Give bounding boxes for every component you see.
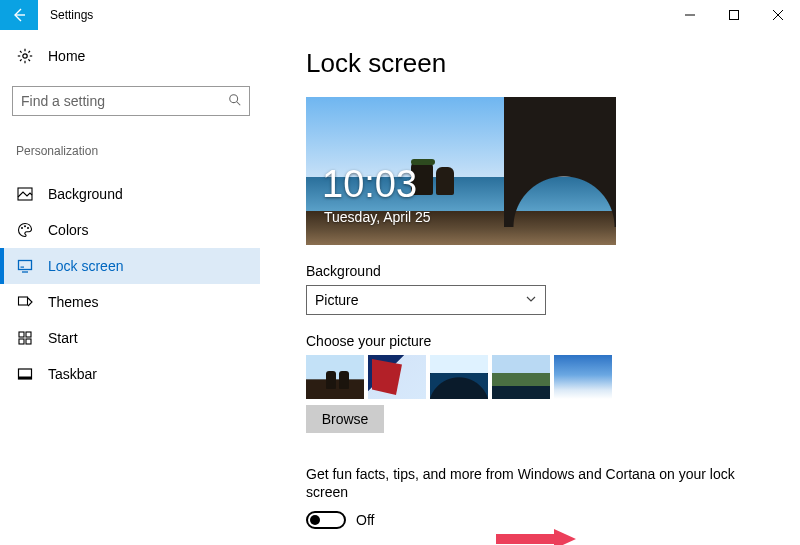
fun-facts-toggle[interactable]: [306, 511, 346, 529]
chevron-down-icon: [525, 293, 537, 308]
svg-line-10: [28, 59, 30, 61]
picture-thumbnails: [306, 355, 780, 399]
minimize-button[interactable]: [668, 0, 712, 30]
toggle-knob: [310, 515, 320, 525]
choose-picture-label: Choose your picture: [306, 333, 780, 349]
picture-thumb[interactable]: [554, 355, 612, 399]
svg-point-4: [23, 54, 27, 58]
svg-rect-28: [19, 377, 32, 380]
nav-lock-screen[interactable]: Lock screen: [0, 248, 260, 284]
nav-background[interactable]: Background: [12, 176, 268, 212]
picture-thumb[interactable]: [368, 355, 426, 399]
svg-rect-20: [21, 267, 25, 268]
lockscreen-icon: [16, 258, 34, 274]
svg-line-14: [237, 101, 241, 105]
picture-thumb[interactable]: [306, 355, 364, 399]
nav-home-label: Home: [48, 48, 85, 64]
picture-thumb[interactable]: [430, 355, 488, 399]
browse-label: Browse: [322, 411, 369, 427]
search-field[interactable]: [13, 93, 221, 109]
start-icon: [16, 330, 34, 346]
arrow-left-icon: [11, 7, 27, 23]
picture-icon: [16, 186, 34, 202]
nav-colors[interactable]: Colors: [12, 212, 268, 248]
preview-time: 10:03: [322, 165, 417, 203]
nav-label: Taskbar: [48, 366, 97, 382]
page-title: Lock screen: [306, 48, 780, 79]
svg-rect-24: [26, 332, 31, 337]
maximize-icon: [729, 10, 739, 20]
svg-marker-30: [496, 529, 576, 545]
search-input[interactable]: [12, 86, 250, 116]
nav-taskbar[interactable]: Taskbar: [12, 356, 268, 392]
nav-label: Start: [48, 330, 78, 346]
fun-facts-label: Get fun facts, tips, and more from Windo…: [306, 465, 780, 501]
toggle-state-label: Off: [356, 512, 374, 528]
palette-icon: [16, 222, 34, 238]
svg-line-12: [28, 51, 30, 53]
svg-rect-26: [26, 339, 31, 344]
nav-home[interactable]: Home: [12, 44, 268, 68]
nav-label: Lock screen: [48, 258, 123, 274]
svg-rect-22: [19, 297, 28, 305]
svg-point-18: [27, 227, 29, 229]
window-controls: [668, 0, 800, 30]
back-button[interactable]: [0, 0, 38, 30]
nav-themes[interactable]: Themes: [12, 284, 268, 320]
svg-line-9: [20, 51, 22, 53]
close-icon: [773, 10, 783, 20]
main-content: Lock screen 10:03 Tuesday, April 25 Back…: [268, 30, 800, 545]
sidebar: Home Personalization Background Colors: [0, 30, 268, 545]
window-title: Settings: [50, 8, 93, 22]
taskbar-icon: [16, 366, 34, 382]
svg-point-13: [230, 94, 238, 102]
preview-date: Tuesday, April 25: [324, 209, 431, 225]
maximize-button[interactable]: [712, 0, 756, 30]
svg-rect-19: [19, 261, 32, 270]
titlebar: Settings: [0, 0, 800, 30]
search-icon: [221, 93, 249, 110]
nav-label: Themes: [48, 294, 99, 310]
nav-label: Background: [48, 186, 123, 202]
sidebar-group: Personalization: [12, 144, 268, 158]
combobox-value: Picture: [315, 292, 359, 308]
svg-point-17: [24, 225, 26, 227]
nav-start[interactable]: Start: [12, 320, 268, 356]
browse-button[interactable]: Browse: [306, 405, 384, 433]
svg-rect-25: [19, 339, 24, 344]
svg-point-16: [21, 227, 23, 229]
svg-rect-23: [19, 332, 24, 337]
svg-line-11: [20, 59, 22, 61]
close-button[interactable]: [756, 0, 800, 30]
annotation-arrow: [496, 526, 576, 545]
nav-label: Colors: [48, 222, 88, 238]
background-combobox[interactable]: Picture: [306, 285, 546, 315]
picture-thumb[interactable]: [492, 355, 550, 399]
themes-icon: [16, 294, 34, 310]
gear-icon: [16, 48, 34, 64]
minimize-icon: [685, 10, 695, 20]
background-label: Background: [306, 263, 780, 279]
lock-screen-preview: 10:03 Tuesday, April 25: [306, 97, 616, 245]
svg-rect-1: [730, 11, 739, 20]
